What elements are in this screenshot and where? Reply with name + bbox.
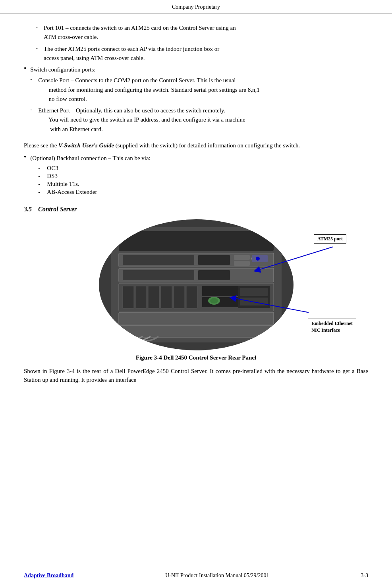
svg-rect-6 xyxy=(234,261,250,266)
section-title: Control Server xyxy=(38,206,77,213)
bullet-dot-switch: • xyxy=(24,64,26,73)
dash-mark-2: - xyxy=(36,44,41,51)
section-number: 3.5 xyxy=(24,206,32,213)
sub-dash-mark-ab: - xyxy=(38,189,44,195)
atm25-label-text: ATM25 port xyxy=(317,236,343,242)
nic-label-line2: NIC Interface xyxy=(311,327,340,333)
svg-rect-12 xyxy=(198,270,230,280)
backhaul-label: (Optional) Backhaul connection – This ca… xyxy=(30,155,151,161)
footer-brand: Adaptive Broadband xyxy=(24,572,73,579)
vswitch-italic: V-Switch User's Guide xyxy=(58,142,114,149)
sub-dash-text-t1: Multiple T1s. xyxy=(47,181,79,188)
dash-mark: - xyxy=(36,23,41,30)
figure-area: ATM25 port Embedded Ethernet NIC Interfa… xyxy=(24,219,368,350)
figure-caption-text: Figure 3-4 Dell 2450 Control Server Rear… xyxy=(136,354,256,361)
sub-dash-ds3: - DS3 xyxy=(38,173,368,180)
svg-rect-14 xyxy=(123,286,134,308)
bullet-content-backhaul: (Optional) Backhaul connection – This ca… xyxy=(30,154,368,197)
svg-rect-15 xyxy=(135,286,147,308)
dash-item-port101: - Port 101 – connects the switch to an A… xyxy=(36,23,368,42)
svg-rect-16 xyxy=(148,286,159,308)
svg-rect-4 xyxy=(198,255,230,265)
backhaul-sub-list: - OC3 - DS3 - Multiple T1s. - AB-Access … xyxy=(38,165,368,195)
sub-dash-text-ds3: DS3 xyxy=(47,173,58,180)
footer-center-text: U-NII Product Installation Manual 05/29/… xyxy=(165,572,269,579)
switch-sub-list: - Console Port – Connects to the COM2 po… xyxy=(30,76,368,134)
svg-rect-28 xyxy=(119,325,274,337)
footer-page-number: 3-3 xyxy=(361,572,368,579)
switch-config-label: Switch configuration ports: xyxy=(30,66,95,73)
sub-dash-text-oc3: OC3 xyxy=(47,165,58,172)
server-image xyxy=(99,219,294,350)
bullet-list-switch: • Switch configuration ports: - Console … xyxy=(24,65,368,135)
page-footer: Adaptive Broadband U-NII Product Install… xyxy=(0,569,392,582)
bullet-item-switch: • Switch configuration ports: - Console … xyxy=(24,65,368,135)
svg-rect-1 xyxy=(119,231,274,251)
atm25-label-box: ATM25 port xyxy=(314,234,346,244)
svg-rect-5 xyxy=(234,255,250,260)
svg-point-23 xyxy=(210,298,218,304)
page-header: Company Proprietary xyxy=(0,0,392,14)
footer-brand-text: Adaptive Broadband xyxy=(24,572,73,578)
dash-console: - Console Port – Connects to the COM2 po… xyxy=(30,76,368,104)
section-heading: 3.5 Control Server xyxy=(24,206,368,213)
svg-rect-27 xyxy=(119,312,274,324)
dash-mark-console: - xyxy=(30,76,35,83)
sub-dash-mark-ds3: - xyxy=(38,173,44,180)
sub-dash-ab: - AB-Access Extender xyxy=(38,189,368,195)
dash-text-atm25: The other ATM25 ports connect to each AP… xyxy=(44,44,368,63)
svg-rect-3 xyxy=(123,255,194,265)
para-shown: Shown in Figure 3-4 is the rear of a Del… xyxy=(24,367,368,385)
dash-list-port101: - Port 101 – connects the switch to an A… xyxy=(36,23,368,63)
dash-ethernet: - Ethernet Port – Optionally, this can a… xyxy=(30,106,368,134)
sub-dash-mark-oc3: - xyxy=(38,165,44,172)
svg-rect-11 xyxy=(123,270,194,280)
bullet-dot-backhaul: • xyxy=(24,153,26,161)
figure-caption: Figure 3-4 Dell 2450 Control Server Rear… xyxy=(24,354,368,361)
dash-text-ethernet: Ethernet Port – Optionally, this can als… xyxy=(38,106,368,134)
sub-dash-mark-t1: - xyxy=(38,181,44,188)
bullet-list-backhaul: • (Optional) Backhaul connection – This … xyxy=(24,154,368,197)
bullet-content-switch: Switch configuration ports: - Console Po… xyxy=(30,65,368,135)
nic-label-box: Embedded Ethernet NIC Interface xyxy=(308,319,356,335)
svg-rect-17 xyxy=(161,286,172,308)
svg-rect-18 xyxy=(174,286,185,308)
server-rack-svg xyxy=(111,227,282,342)
nic-label-line1: Embedded Ethernet xyxy=(311,321,353,326)
bullet-item-backhaul: • (Optional) Backhaul connection – This … xyxy=(24,154,368,197)
sub-dash-text-ab: AB-Access Extender xyxy=(47,189,97,195)
dash-mark-ethernet: - xyxy=(30,106,35,113)
svg-rect-25 xyxy=(240,288,268,296)
header-title: Company Proprietary xyxy=(172,4,220,10)
dash-text-console: Console Port – Connects to the COM2 port… xyxy=(38,76,368,104)
dash-text-port101: Port 101 – connects the switch to an ATM… xyxy=(44,23,368,42)
sub-dash-t1: - Multiple T1s. xyxy=(38,181,368,188)
sub-dash-oc3: - OC3 xyxy=(38,165,368,172)
dash-item-atm25: - The other ATM25 ports connect to each … xyxy=(36,44,368,63)
para-vswitch: Please see the V-Switch User's Guide (su… xyxy=(24,141,368,150)
svg-rect-19 xyxy=(186,286,197,308)
svg-rect-26 xyxy=(240,298,268,306)
svg-point-30 xyxy=(256,257,260,261)
